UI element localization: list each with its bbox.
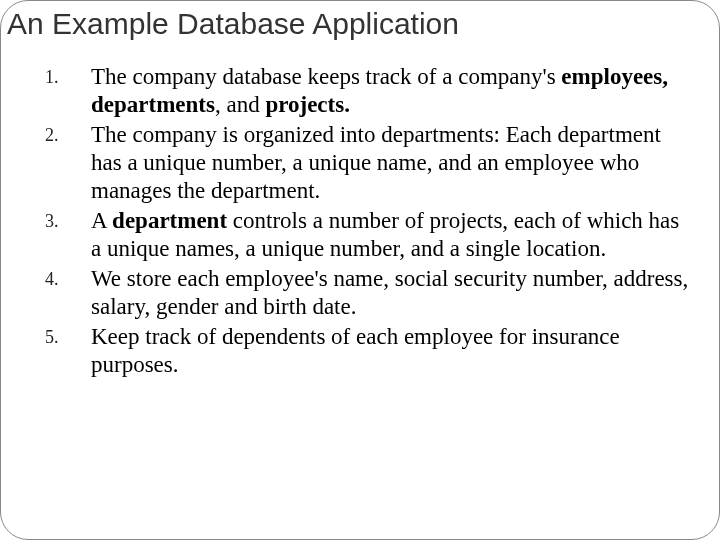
item-body: A department controls a number of projec…	[91, 207, 689, 263]
text-run: A	[91, 208, 112, 233]
item-number: 3.	[45, 207, 91, 232]
list-item: 2. The company is organized into departm…	[45, 121, 689, 205]
item-number: 5.	[45, 323, 91, 348]
bold-run: department	[112, 208, 227, 233]
text-run: Keep track of dependents of each employe…	[91, 324, 620, 377]
text-run: We store each employee's name, social se…	[91, 266, 688, 319]
numbered-list: 1. The company database keeps track of a…	[45, 63, 689, 380]
item-body: We store each employee's name, social se…	[91, 265, 689, 321]
page-title: An Example Database Application	[7, 7, 709, 41]
list-item: 1. The company database keeps track of a…	[45, 63, 689, 119]
list-item: 3. A department controls a number of pro…	[45, 207, 689, 263]
text-run: The company database keeps track of a co…	[91, 64, 561, 89]
item-number: 1.	[45, 63, 91, 88]
item-body: Keep track of dependents of each employe…	[91, 323, 689, 379]
item-body: The company is organized into department…	[91, 121, 689, 205]
list-item: 5. Keep track of dependents of each empl…	[45, 323, 689, 379]
item-number: 4.	[45, 265, 91, 290]
text-run: , and	[215, 92, 265, 117]
bold-run: projects.	[265, 92, 350, 117]
text-run: The company is organized into department…	[91, 122, 661, 203]
item-body: The company database keeps track of a co…	[91, 63, 689, 119]
list-item: 4. We store each employee's name, social…	[45, 265, 689, 321]
item-number: 2.	[45, 121, 91, 146]
slide-frame: An Example Database Application 1. The c…	[0, 0, 720, 540]
